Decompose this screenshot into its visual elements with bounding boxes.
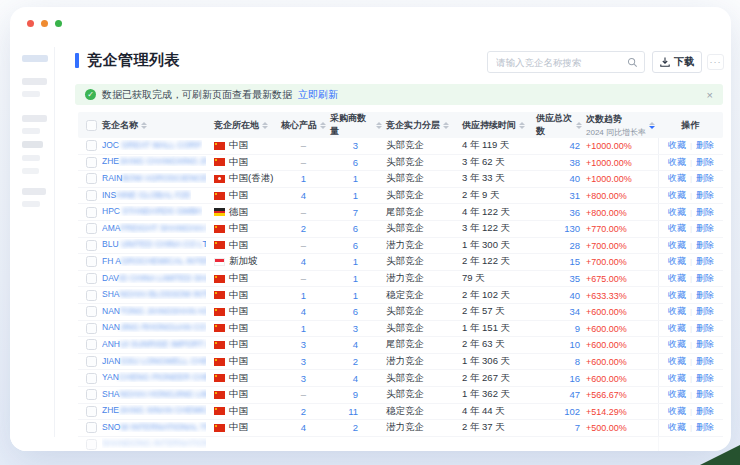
company-name-link[interactable]: DAVID CHINA LIMITED SHANGHA... <box>102 273 206 283</box>
core-product-count[interactable]: 2 <box>301 223 306 234</box>
total-supply-count[interactable]: 47 <box>569 389 580 400</box>
total-supply-count[interactable]: 40 <box>569 290 580 301</box>
sort-icon[interactable] <box>320 122 326 129</box>
core-product-count[interactable]: 4 <box>301 256 306 267</box>
company-name-link[interactable]: INSHINE GLOBAL FZE <box>102 190 191 200</box>
row-checkbox[interactable] <box>86 306 97 317</box>
favorite-button[interactable]: 收藏 <box>668 239 686 252</box>
favorite-button[interactable]: 收藏 <box>668 206 686 219</box>
sort-icon[interactable] <box>519 122 525 129</box>
column-header-duration[interactable]: 供应持续时间 <box>460 112 534 138</box>
sort-icon[interactable] <box>649 122 655 129</box>
row-checkbox[interactable] <box>86 207 97 218</box>
delete-button[interactable]: 删除 <box>696 239 714 252</box>
row-checkbox[interactable] <box>86 240 97 251</box>
sort-icon[interactable] <box>262 122 268 129</box>
search-box[interactable] <box>487 51 645 73</box>
delete-button[interactable]: 删除 <box>696 338 714 351</box>
delete-button[interactable]: 删除 <box>696 156 714 169</box>
company-name-link[interactable]: NANTONG JIANGSHAN AGROCHE... <box>102 306 206 316</box>
favorite-button[interactable]: 收藏 <box>668 255 686 268</box>
search-input[interactable] <box>496 57 627 68</box>
delete-button[interactable]: 删除 <box>696 222 714 235</box>
row-checkbox[interactable] <box>86 190 97 201</box>
buyer-count[interactable]: 6 <box>353 223 358 234</box>
total-supply-count[interactable]: 15 <box>569 256 580 267</box>
row-checkbox[interactable] <box>86 173 97 184</box>
delete-button[interactable]: 删除 <box>696 305 714 318</box>
buyer-count[interactable]: 3 <box>353 140 358 151</box>
company-name-link[interactable]: ZHEJIANG CHANGXING ZHENGSH... <box>102 156 206 166</box>
company-name-link[interactable]: NANJING RHONGUAN CO LTD <box>102 322 206 332</box>
row-checkbox[interactable] <box>86 323 97 334</box>
favorite-button[interactable]: 收藏 <box>668 322 686 335</box>
company-name-link[interactable]: FH AGROCHEMICAL INTERNATION... <box>102 256 206 266</box>
buyer-count[interactable]: 6 <box>353 157 358 168</box>
favorite-button[interactable]: 收藏 <box>668 139 686 152</box>
total-supply-count[interactable]: 10 <box>569 339 580 350</box>
buyer-count[interactable]: 11 <box>348 406 358 417</box>
total-supply-count[interactable]: 35 <box>569 273 580 284</box>
total-supply-count[interactable]: 102 <box>564 406 580 417</box>
total-supply-count[interactable]: 31 <box>569 190 580 201</box>
column-header-location[interactable]: 竞企所在地 <box>212 112 276 138</box>
company-name-link[interactable]: HPC STANDARDS GMBH <box>102 206 202 216</box>
window-zoom-dot[interactable] <box>55 20 62 27</box>
column-header-name[interactable]: 竞企名称 <box>100 112 212 138</box>
sort-icon[interactable] <box>443 122 449 129</box>
buyer-count[interactable]: 1 <box>353 173 358 184</box>
favorite-button[interactable]: 收藏 <box>668 156 686 169</box>
favorite-button[interactable]: 收藏 <box>668 338 686 351</box>
total-supply-count[interactable]: 36 <box>569 207 580 218</box>
buyer-count[interactable]: 2 <box>353 356 358 367</box>
core-product-count[interactable]: 2 <box>301 406 306 417</box>
favorite-button[interactable]: 收藏 <box>668 172 686 185</box>
company-name-link[interactable]: ANHUI SUNRISE IMPORT ANDEXP... <box>102 339 206 349</box>
company-name-link[interactable]: SHANGHAI BLOSSOM INTERNATIO... <box>102 289 206 299</box>
buyer-count[interactable]: 1 <box>353 273 358 284</box>
delete-button[interactable]: 删除 <box>696 372 714 385</box>
core-product-count[interactable]: 3 <box>301 373 306 384</box>
favorite-button[interactable]: 收藏 <box>668 388 686 401</box>
favorite-button[interactable]: 收藏 <box>668 405 686 418</box>
select-all-checkbox[interactable] <box>86 120 97 131</box>
favorite-button[interactable]: 收藏 <box>668 305 686 318</box>
delete-button[interactable]: 删除 <box>696 206 714 219</box>
row-checkbox[interactable] <box>86 290 97 301</box>
row-checkbox[interactable] <box>86 223 97 234</box>
row-checkbox[interactable] <box>86 157 97 168</box>
buyer-count[interactable]: 6 <box>353 240 358 251</box>
total-supply-count[interactable]: 42 <box>569 140 580 151</box>
window-close-dot[interactable] <box>27 20 34 27</box>
total-supply-count[interactable]: 40 <box>569 173 580 184</box>
total-supply-count[interactable]: 8 <box>575 356 580 367</box>
delete-button[interactable]: 删除 <box>696 405 714 418</box>
buyer-count[interactable]: 1 <box>353 190 358 201</box>
search-icon[interactable] <box>627 57 638 68</box>
more-button[interactable]: ··· <box>707 54 724 70</box>
core-product-count[interactable]: 1 <box>301 290 306 301</box>
favorite-button[interactable]: 收藏 <box>668 222 686 235</box>
core-product-count[interactable]: 4 <box>301 190 306 201</box>
company-name-link[interactable]: YANCHENG PIONEER CHEMICAL ... <box>102 372 206 382</box>
favorite-button[interactable]: 收藏 <box>668 272 686 285</box>
row-checkbox[interactable] <box>86 256 97 267</box>
row-checkbox[interactable] <box>86 339 97 350</box>
core-product-count[interactable]: 3 <box>301 339 306 350</box>
company-name-link[interactable]: SHANGHAI HONGJING LIMITSTI... <box>102 389 206 399</box>
core-product-count[interactable]: 1 <box>301 173 306 184</box>
total-supply-count[interactable]: 7 <box>575 422 580 433</box>
favorite-button[interactable]: 收藏 <box>668 372 686 385</box>
company-name-link[interactable]: SNOW INTERNATIONAL TRADING ... <box>102 422 206 432</box>
company-name-link[interactable]: JOC GREAT WALL CORP <box>102 140 202 150</box>
buyer-count[interactable]: 2 <box>353 422 358 433</box>
buyer-count[interactable]: 9 <box>353 389 358 400</box>
delete-button[interactable]: 删除 <box>696 255 714 268</box>
column-header-total[interactable]: 供应总次数 <box>534 112 584 138</box>
company-name-link[interactable]: ZHEJIANG XINAN CHEMICAL <box>102 405 206 415</box>
row-checkbox[interactable] <box>86 406 97 417</box>
core-product-count[interactable]: 4 <box>301 306 306 317</box>
buyer-count[interactable]: 4 <box>353 373 358 384</box>
window-minimize-dot[interactable] <box>41 20 48 27</box>
row-checkbox[interactable] <box>86 389 97 400</box>
